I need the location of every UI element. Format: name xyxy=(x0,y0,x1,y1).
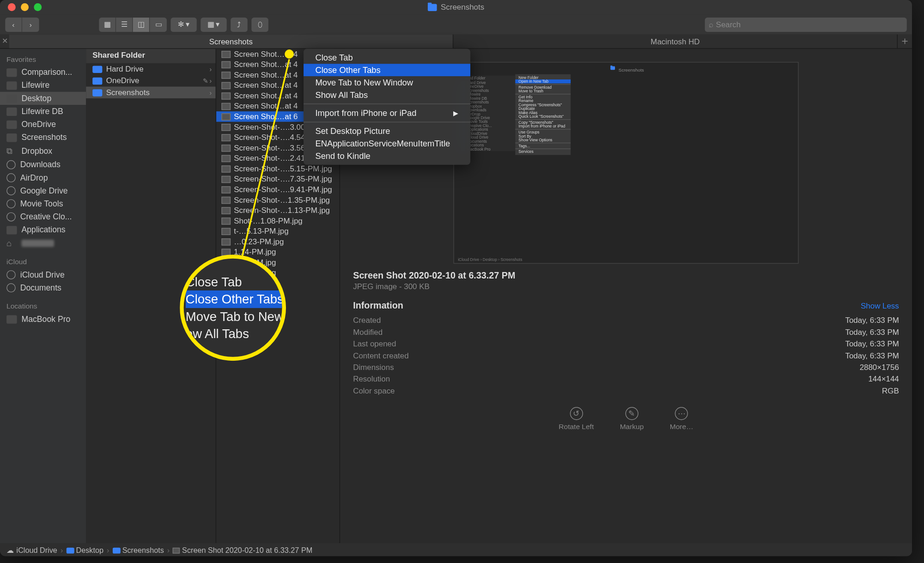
search-input[interactable]: ⌕Search xyxy=(705,17,907,31)
chevron-right-icon: › xyxy=(210,77,212,85)
info-row: CreatedToday, 6:33 PM xyxy=(340,315,912,326)
edit-icon: ✎ xyxy=(203,77,208,85)
sidebar-icon xyxy=(6,186,16,195)
sidebar-item[interactable]: Screenshots xyxy=(0,131,86,144)
info-row: Dimensions2880×1756 xyxy=(340,362,912,373)
view-icons-button[interactable]: ▦ xyxy=(99,17,116,31)
sidebar-icon xyxy=(6,81,17,90)
context-menu-item[interactable]: Set Desktop Picture xyxy=(304,125,470,138)
group-menu-button[interactable]: ▦ ▾ xyxy=(201,17,226,31)
sidebar-locations-header: Locations xyxy=(0,300,86,313)
sidebar-item[interactable]: ⧉Dropbox xyxy=(0,144,86,158)
preview-title: Screen Shot 2020-02-10 at 6.33.27 PM xyxy=(340,270,912,281)
add-tab-button[interactable]: ＋ xyxy=(898,35,912,48)
context-menu-item[interactable]: Import from iPhone or iPad▶ xyxy=(304,107,470,119)
close-tab-button[interactable]: ✕ xyxy=(0,35,9,48)
cloud-icon xyxy=(6,270,16,279)
image-icon xyxy=(221,228,231,235)
minimize-window-button[interactable] xyxy=(21,3,29,11)
sidebar-item[interactable]: Lifewire xyxy=(0,79,86,92)
file-item[interactable]: Screen-Shot-…1.35-PM.jpg xyxy=(216,195,339,206)
column-item[interactable]: Screenshots› xyxy=(86,87,216,98)
show-less-link[interactable]: Show Less xyxy=(861,302,899,311)
zoom-menu-item: Close Tab xyxy=(186,273,282,291)
preview-action[interactable]: ⋯More… xyxy=(670,407,693,430)
info-row: Last openedToday, 6:33 PM xyxy=(340,338,912,350)
sidebar-item[interactable]: Lifewire DB xyxy=(0,105,86,118)
sidebar-item[interactable]: Downloads xyxy=(0,158,86,171)
image-icon xyxy=(221,103,231,110)
annotation-zoom-circle: Close TabClose Other TabsMove Tab to New… xyxy=(180,254,286,361)
path-segment[interactable]: Desktop xyxy=(66,546,103,554)
forward-button[interactable]: › xyxy=(22,17,39,31)
image-icon xyxy=(221,134,231,141)
sidebar-item[interactable]: OneDrive xyxy=(0,118,86,131)
file-item[interactable]: Shot-…1.08-PM.jpg xyxy=(216,216,339,226)
info-row: Content createdToday, 6:33 PM xyxy=(340,350,912,361)
zoom-window-button[interactable] xyxy=(34,3,42,11)
image-icon xyxy=(221,144,231,151)
path-segment[interactable]: Screenshots xyxy=(113,546,164,554)
preview-subtitle: JPEG image - 300 KB xyxy=(340,281,912,297)
file-item[interactable]: Screen-Shot-…1.13-PM.jpg xyxy=(216,205,339,216)
image-icon xyxy=(221,113,231,121)
close-window-button[interactable] xyxy=(8,3,16,11)
sidebar-icon xyxy=(6,94,17,103)
sidebar-item[interactable]: Documents xyxy=(0,281,86,294)
tab-bar: ✕ Screenshots Macintosh HD ＋ xyxy=(0,35,912,49)
preview-action[interactable]: ↺Rotate Left xyxy=(559,407,594,430)
chevron-right-icon: › xyxy=(210,89,212,96)
view-gallery-button[interactable]: ▭ xyxy=(150,17,167,31)
context-menu-item[interactable]: ENApplicationServiceMenuItemTitle xyxy=(304,138,470,150)
chevron-right-icon: ▶ xyxy=(453,109,458,117)
cloud-icon xyxy=(6,283,16,292)
sidebar-item[interactable]: Comparison... xyxy=(0,66,86,79)
file-item[interactable]: Screen-Shot-….7.35-PM.jpg xyxy=(216,174,339,184)
chevron-right-icon: › xyxy=(210,66,212,73)
image-icon xyxy=(221,176,231,183)
drive-icon xyxy=(6,315,17,323)
sidebar-item[interactable]: Movie Tools xyxy=(0,197,86,210)
column-item[interactable]: OneDrive✎› xyxy=(86,75,216,86)
sidebar-icon xyxy=(6,107,17,115)
home-icon: ⌂ xyxy=(6,238,17,248)
titlebar: Screenshots xyxy=(0,0,912,14)
finder-window: Screenshots ‹ › ▦ ☰ ◫ ▭ ✻ ▾ ▦ ▾ ⤴ ⬯ ⌕Sea… xyxy=(0,0,912,556)
file-item[interactable]: t-…5.13-PM.jpg xyxy=(216,226,339,236)
column-item[interactable]: Hard Drive› xyxy=(86,63,216,75)
sidebar-item[interactable]: ⌂ xyxy=(0,236,86,250)
zoom-menu-item: ow All Tabs xyxy=(186,325,282,342)
preview-mini-contextmenu: New FolderOpen in New TabRemove Download… xyxy=(515,74,571,155)
sidebar-item[interactable]: Desktop xyxy=(0,92,86,105)
path-segment[interactable]: ☁ iCloud Drive xyxy=(6,546,57,555)
file-item[interactable]: …0.23-PM.jpg xyxy=(216,236,339,247)
back-button[interactable]: ‹ xyxy=(5,17,22,31)
share-button[interactable]: ⤴ xyxy=(231,17,248,31)
sidebar-item[interactable]: Google Drive xyxy=(0,184,86,197)
context-menu-item[interactable]: Close Tab xyxy=(304,51,470,64)
tab-macintosh-hd[interactable]: Macintosh HD xyxy=(453,35,898,48)
image-icon xyxy=(221,92,231,100)
action-menu-button[interactable]: ✻ ▾ xyxy=(170,17,196,31)
view-list-button[interactable]: ☰ xyxy=(116,17,133,31)
tab-screenshots[interactable]: Screenshots xyxy=(9,35,454,48)
toolbar: ‹ › ▦ ☰ ◫ ▭ ✻ ▾ ▦ ▾ ⤴ ⬯ ⌕Search xyxy=(0,14,912,35)
sidebar-icon xyxy=(6,160,16,170)
context-menu-item[interactable]: Show All Tabs xyxy=(304,89,470,101)
preview-action[interactable]: ✎Markup xyxy=(620,407,644,430)
context-menu-item[interactable]: Move Tab to New Window xyxy=(304,76,470,89)
sidebar-item[interactable]: Creative Clo... xyxy=(0,210,86,223)
path-segment[interactable]: Screen Shot 2020-02-10 at 6.33.27 PM xyxy=(173,546,312,554)
sidebar-icloud-header: iCloud xyxy=(0,255,86,268)
sidebar-item[interactable]: MacBook Pro xyxy=(0,313,86,326)
sidebar-icon xyxy=(6,133,17,141)
sidebar-item[interactable]: AirDrop xyxy=(0,171,86,184)
context-menu-item[interactable]: Close Other Tabs xyxy=(304,64,470,76)
file-item[interactable]: Screen-Shot-….9.41-PM.jpg xyxy=(216,184,339,195)
view-columns-button[interactable]: ◫ xyxy=(133,17,150,31)
sidebar-item[interactable]: Applications xyxy=(0,224,86,236)
file-item[interactable]: Screen-Shot-….5.15-PM.jpg xyxy=(216,163,339,174)
sidebar-item[interactable]: iCloud Drive xyxy=(0,268,86,281)
tags-button[interactable]: ⬯ xyxy=(251,17,268,31)
context-menu-item[interactable]: Send to Kindle xyxy=(304,150,470,162)
